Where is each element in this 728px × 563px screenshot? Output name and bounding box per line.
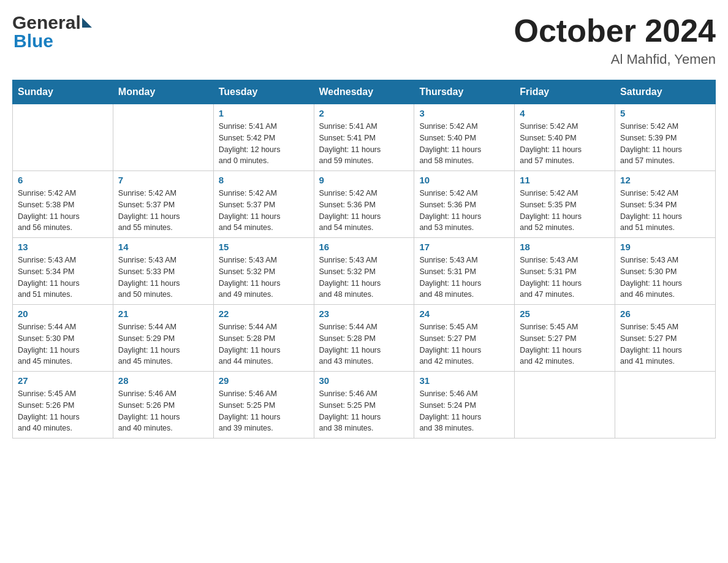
day-number: 26 [620, 308, 710, 319]
day-number: 24 [419, 308, 509, 319]
calendar-cell: 29Sunrise: 5:46 AMSunset: 5:25 PMDayligh… [213, 372, 314, 439]
logo-chevron-icon [82, 18, 92, 28]
day-number: 5 [620, 108, 710, 118]
day-info: Sunrise: 5:42 AMSunset: 5:40 PMDaylight:… [419, 121, 509, 167]
day-number: 2 [319, 108, 409, 118]
day-number: 25 [520, 308, 610, 319]
day-info: Sunrise: 5:42 AMSunset: 5:38 PMDaylight:… [18, 188, 108, 234]
day-number: 9 [319, 175, 409, 185]
day-info: Sunrise: 5:42 AMSunset: 5:36 PMDaylight:… [419, 188, 509, 234]
calendar-cell [13, 104, 113, 171]
day-number: 12 [620, 175, 710, 185]
calendar-cell: 9Sunrise: 5:42 AMSunset: 5:36 PMDaylight… [314, 171, 414, 238]
calendar-week-row: 27Sunrise: 5:45 AMSunset: 5:26 PMDayligh… [13, 372, 716, 439]
day-number: 27 [18, 375, 108, 386]
calendar-cell: 26Sunrise: 5:45 AMSunset: 5:27 PMDayligh… [615, 305, 716, 372]
day-number: 30 [319, 375, 409, 386]
calendar-week-row: 20Sunrise: 5:44 AMSunset: 5:30 PMDayligh… [13, 305, 716, 372]
day-info: Sunrise: 5:42 AMSunset: 5:39 PMDaylight:… [620, 121, 710, 167]
day-info: Sunrise: 5:43 AMSunset: 5:32 PMDaylight:… [319, 255, 409, 301]
calendar-cell: 30Sunrise: 5:46 AMSunset: 5:25 PMDayligh… [314, 372, 414, 439]
calendar-cell: 31Sunrise: 5:46 AMSunset: 5:24 PMDayligh… [414, 372, 515, 439]
day-info: Sunrise: 5:42 AMSunset: 5:36 PMDaylight:… [319, 188, 409, 234]
day-of-week-header: Monday [113, 80, 213, 104]
calendar-table: SundayMondayTuesdayWednesdayThursdayFrid… [12, 80, 716, 439]
location-text: Al Mahfid, Yemen [514, 52, 716, 67]
day-info: Sunrise: 5:42 AMSunset: 5:35 PMDaylight:… [520, 188, 610, 234]
day-info: Sunrise: 5:44 AMSunset: 5:29 PMDaylight:… [118, 321, 208, 367]
calendar-week-row: 13Sunrise: 5:43 AMSunset: 5:34 PMDayligh… [13, 238, 716, 305]
day-info: Sunrise: 5:46 AMSunset: 5:25 PMDaylight:… [219, 388, 309, 434]
day-info: Sunrise: 5:43 AMSunset: 5:33 PMDaylight:… [118, 255, 208, 301]
day-number: 20 [18, 308, 108, 319]
calendar-cell: 5Sunrise: 5:42 AMSunset: 5:39 PMDaylight… [615, 104, 716, 171]
calendar-cell: 17Sunrise: 5:43 AMSunset: 5:31 PMDayligh… [414, 238, 515, 305]
day-info: Sunrise: 5:44 AMSunset: 5:30 PMDaylight:… [18, 321, 108, 367]
day-number: 31 [419, 375, 509, 386]
calendar-cell: 24Sunrise: 5:45 AMSunset: 5:27 PMDayligh… [414, 305, 515, 372]
day-of-week-header: Saturday [615, 80, 716, 104]
day-info: Sunrise: 5:45 AMSunset: 5:26 PMDaylight:… [18, 388, 108, 434]
day-number: 19 [620, 242, 710, 252]
day-number: 21 [118, 308, 208, 319]
day-number: 3 [419, 108, 509, 118]
day-info: Sunrise: 5:42 AMSunset: 5:40 PMDaylight:… [520, 121, 610, 167]
calendar-cell: 22Sunrise: 5:44 AMSunset: 5:28 PMDayligh… [213, 305, 314, 372]
day-info: Sunrise: 5:45 AMSunset: 5:27 PMDaylight:… [419, 321, 509, 367]
calendar-cell: 6Sunrise: 5:42 AMSunset: 5:38 PMDaylight… [13, 171, 113, 238]
day-number: 11 [520, 175, 610, 185]
day-number: 14 [118, 242, 208, 252]
calendar-header: SundayMondayTuesdayWednesdayThursdayFrid… [13, 80, 716, 104]
day-info: Sunrise: 5:44 AMSunset: 5:28 PMDaylight:… [219, 321, 309, 367]
calendar-week-row: 1Sunrise: 5:41 AMSunset: 5:42 PMDaylight… [13, 104, 716, 171]
calendar-cell: 16Sunrise: 5:43 AMSunset: 5:32 PMDayligh… [314, 238, 414, 305]
day-number: 15 [219, 242, 309, 252]
day-info: Sunrise: 5:46 AMSunset: 5:24 PMDaylight:… [419, 388, 509, 434]
day-info: Sunrise: 5:41 AMSunset: 5:42 PMDaylight:… [219, 121, 309, 167]
calendar-cell: 23Sunrise: 5:44 AMSunset: 5:28 PMDayligh… [314, 305, 414, 372]
day-of-week-header: Tuesday [213, 80, 314, 104]
day-info: Sunrise: 5:42 AMSunset: 5:37 PMDaylight:… [118, 188, 208, 234]
calendar-week-row: 6Sunrise: 5:42 AMSunset: 5:38 PMDaylight… [13, 171, 716, 238]
day-number: 22 [219, 308, 309, 319]
days-of-week-row: SundayMondayTuesdayWednesdayThursdayFrid… [13, 80, 716, 104]
calendar-cell: 3Sunrise: 5:42 AMSunset: 5:40 PMDaylight… [414, 104, 515, 171]
month-title: October 2024 [514, 12, 716, 49]
calendar-cell: 1Sunrise: 5:41 AMSunset: 5:42 PMDaylight… [213, 104, 314, 171]
day-info: Sunrise: 5:42 AMSunset: 5:34 PMDaylight:… [620, 188, 710, 234]
calendar-cell: 19Sunrise: 5:43 AMSunset: 5:30 PMDayligh… [615, 238, 716, 305]
day-of-week-header: Wednesday [314, 80, 414, 104]
calendar-cell: 28Sunrise: 5:46 AMSunset: 5:26 PMDayligh… [113, 372, 213, 439]
day-number: 29 [219, 375, 309, 386]
day-info: Sunrise: 5:42 AMSunset: 5:37 PMDaylight:… [219, 188, 309, 234]
day-info: Sunrise: 5:46 AMSunset: 5:25 PMDaylight:… [319, 388, 409, 434]
calendar-cell: 12Sunrise: 5:42 AMSunset: 5:34 PMDayligh… [615, 171, 716, 238]
day-number: 13 [18, 242, 108, 252]
calendar-cell: 27Sunrise: 5:45 AMSunset: 5:26 PMDayligh… [13, 372, 113, 439]
day-number: 4 [520, 108, 610, 118]
page-header: General Blue October 2024 Al Mahfid, Yem… [12, 12, 716, 67]
calendar-cell [515, 372, 615, 439]
calendar-cell: 11Sunrise: 5:42 AMSunset: 5:35 PMDayligh… [515, 171, 615, 238]
calendar-cell: 10Sunrise: 5:42 AMSunset: 5:36 PMDayligh… [414, 171, 515, 238]
day-of-week-header: Thursday [414, 80, 515, 104]
day-of-week-header: Friday [515, 80, 615, 104]
calendar-cell: 13Sunrise: 5:43 AMSunset: 5:34 PMDayligh… [13, 238, 113, 305]
day-info: Sunrise: 5:44 AMSunset: 5:28 PMDaylight:… [319, 321, 409, 367]
calendar-cell: 8Sunrise: 5:42 AMSunset: 5:37 PMDaylight… [213, 171, 314, 238]
calendar-cell: 2Sunrise: 5:41 AMSunset: 5:41 PMDaylight… [314, 104, 414, 171]
day-number: 23 [319, 308, 409, 319]
day-info: Sunrise: 5:46 AMSunset: 5:26 PMDaylight:… [118, 388, 208, 434]
calendar-cell: 4Sunrise: 5:42 AMSunset: 5:40 PMDaylight… [515, 104, 615, 171]
day-of-week-header: Sunday [13, 80, 113, 104]
logo: General Blue [12, 12, 92, 52]
day-number: 10 [419, 175, 509, 185]
day-number: 28 [118, 375, 208, 386]
calendar-cell: 15Sunrise: 5:43 AMSunset: 5:32 PMDayligh… [213, 238, 314, 305]
calendar-cell [113, 104, 213, 171]
day-number: 7 [118, 175, 208, 185]
day-info: Sunrise: 5:43 AMSunset: 5:30 PMDaylight:… [620, 255, 710, 301]
day-info: Sunrise: 5:43 AMSunset: 5:32 PMDaylight:… [219, 255, 309, 301]
day-number: 18 [520, 242, 610, 252]
calendar-cell: 14Sunrise: 5:43 AMSunset: 5:33 PMDayligh… [113, 238, 213, 305]
